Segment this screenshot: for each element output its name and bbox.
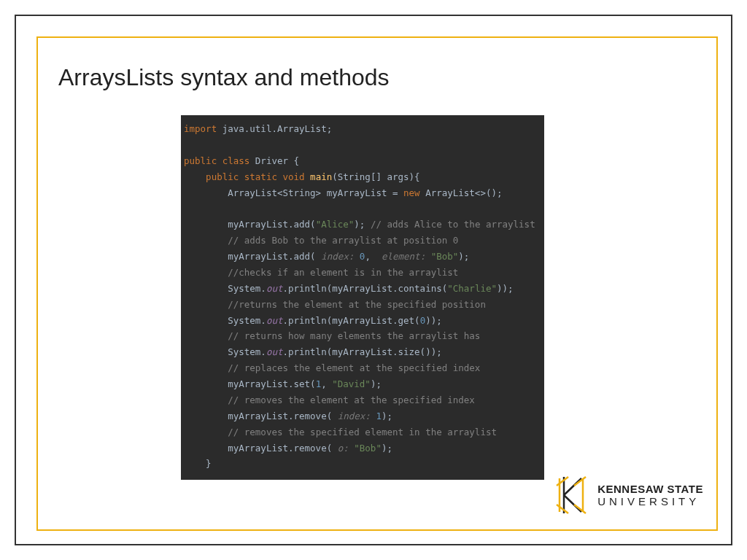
slide-title: ArraysLists syntax and methods [58,64,390,91]
logo-text: KENNESAW STATE UNIVERSITY [597,483,703,507]
university-logo: KENNESAW STATE UNIVERSITY [552,474,703,516]
logo-line2: UNIVERSITY [597,496,703,507]
logo-line1: KENNESAW STATE [597,483,703,494]
code-block: import java.util.ArrayList; public class… [181,115,544,480]
ksu-logo-icon [552,474,590,516]
